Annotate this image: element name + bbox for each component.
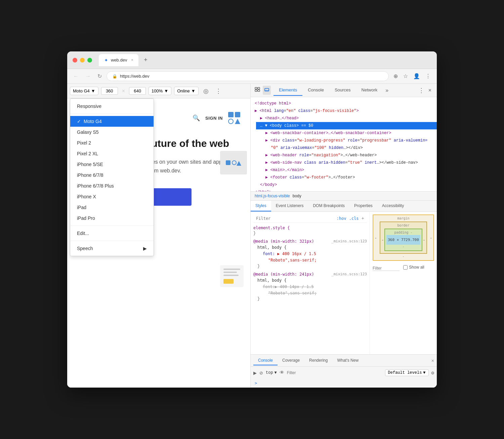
minimize-window-button[interactable] <box>80 58 85 63</box>
device-toolbar-capture[interactable]: ◎ <box>201 87 211 95</box>
filter-cls-tag[interactable]: .cls <box>349 216 359 221</box>
dropdown-item-responsive[interactable]: Responsive <box>70 101 154 112</box>
console-caret-icon[interactable]: > <box>255 381 257 386</box>
tab-sources[interactable]: Sources <box>329 85 356 96</box>
dropdown-item-iphone-5se[interactable]: iPhone 5/SE <box>70 159 154 170</box>
tab-close-button[interactable]: × <box>131 58 133 62</box>
devtools-panel: Elements Console Sources Network » ⋮ × <… <box>250 84 437 388</box>
network-selector[interactable]: Online ▼ <box>174 87 198 95</box>
dropdown-section-devices: ✓ Moto G4 Galaxy S5 Pixel 2 Pixel 2 XL <box>70 114 154 226</box>
console-context-selector[interactable]: top ▼ <box>266 370 277 375</box>
speech-arrow-icon: ▶ <box>143 246 147 251</box>
more-tabs-button[interactable]: » <box>383 85 391 96</box>
dom-line-loading-cont[interactable]: "0" aria-valuemax="100" hidden…></div> <box>267 144 437 152</box>
device-selector[interactable]: Moto G4 ▼ <box>70 87 98 95</box>
tab-properties[interactable]: Properties <box>349 201 377 211</box>
dropdown-item-edit[interactable]: Edit... <box>70 228 154 239</box>
sidenav-tag: ▶ <web-side-nav <box>265 160 304 165</box>
tab-event-listeners[interactable]: Event Listeners <box>271 201 308 211</box>
address-bar[interactable]: 🔒 https://web.dev <box>107 71 389 81</box>
dropdown-section-edit: Edit... <box>70 226 154 241</box>
bookmark-button[interactable]: ☆ <box>401 72 410 81</box>
tab-console[interactable]: Console <box>302 85 329 96</box>
dropdown-item-pixel-2-xl[interactable]: Pixel 2 XL <box>70 148 154 159</box>
browser-tab[interactable]: ✦ web.dev × <box>99 54 138 66</box>
breadcrumb-body[interactable]: body <box>293 194 301 198</box>
dom-line-header[interactable]: ▶ <web-header role="navigation">…</web-h… <box>261 152 437 159</box>
console-tab-coverage[interactable]: Coverage <box>278 356 304 365</box>
tab-accessibility[interactable]: Accessibility <box>377 201 409 211</box>
sidenav-aria-attr: aria-hidden <box>319 160 345 165</box>
devtools-close-button[interactable]: × <box>426 86 434 95</box>
device-toggle-button[interactable] <box>263 86 271 95</box>
console-filter-input[interactable] <box>287 370 382 375</box>
dropdown-item-pixel-2[interactable]: Pixel 2 <box>70 137 154 148</box>
zoom-selector[interactable]: 100% ▼ <box>149 87 171 95</box>
dom-line-sidenav[interactable]: ▶ <web-side-nav class aria-hidden="true"… <box>261 159 437 166</box>
console-play-button[interactable]: ▶ <box>253 370 257 375</box>
console-tab-console[interactable]: Console <box>253 356 278 365</box>
console-ban-button[interactable]: ⊘ <box>259 370 263 375</box>
breadcrumb-html[interactable]: html.js-focus-visible <box>255 194 290 198</box>
forward-button[interactable]: → <box>83 72 93 81</box>
console-close-button[interactable]: × <box>431 358 434 363</box>
filter-add-button[interactable]: + <box>362 216 364 221</box>
dropdown-item-ipad[interactable]: iPad <box>70 202 154 213</box>
height-input[interactable] <box>129 87 146 95</box>
width-input[interactable] <box>101 87 118 95</box>
dropdown-item-speech[interactable]: Speech ▶ <box>70 243 154 254</box>
reload-button[interactable]: ↻ <box>95 72 104 81</box>
tab-styles[interactable]: Styles <box>251 201 271 211</box>
cast-button[interactable]: ⊕ <box>391 72 400 81</box>
console-gear-icon[interactable]: ⚙ <box>431 370 434 376</box>
header-dots: >…</web-header> <box>340 153 377 158</box>
console-level-arrow: ▼ <box>423 370 425 375</box>
search-icon[interactable]: 🔍 <box>193 114 200 122</box>
content-box: 360 × 7729.700 <box>386 235 420 245</box>
dom-line-loading[interactable]: ▶ <div class="w-loading-progress" role="… <box>261 137 437 144</box>
tab-network[interactable]: Network <box>356 85 383 96</box>
margin-left: - <box>375 236 377 240</box>
close-window-button[interactable] <box>73 58 77 63</box>
maximize-window-button[interactable] <box>87 58 92 63</box>
right-filter-input[interactable] <box>373 266 400 271</box>
margin-right: - <box>430 236 432 240</box>
icon-circle-1 <box>228 119 234 124</box>
dom-line-main[interactable]: ▶ <main>…</main> <box>261 166 437 174</box>
tab-dom-breakpoints[interactable]: DOM Breakpoints <box>308 201 349 211</box>
dom-line-snackbar[interactable]: ▶ <web-snackbar-container>…</web-snackba… <box>261 129 437 137</box>
dom-line-doctype[interactable]: <!doctype html> <box>251 100 437 107</box>
dropdown-item-iphone-678plus[interactable]: iPhone 6/7/8 Plus <box>70 181 154 191</box>
network-arrow-icon: ▼ <box>191 88 196 93</box>
inspect-element-button[interactable] <box>253 86 261 95</box>
dropdown-item-iphone-x[interactable]: iPhone X <box>70 191 154 202</box>
dom-line-footer[interactable]: ▶ <footer class="w-footer">…</footer> <box>261 174 437 181</box>
device-toolbar-more[interactable]: ⋮ <box>213 87 223 95</box>
css-font-family-val-241: "Roboto",sans-serif; <box>268 291 317 295</box>
dropdown-item-ipad-pro[interactable]: iPad Pro <box>70 213 154 224</box>
dropdown-item-iphone-678[interactable]: iPhone 6/7/8 <box>70 170 154 181</box>
dom-line-head[interactable]: ▶ <head>…</head> <box>256 115 437 122</box>
css-source-321: _mixins.scss:123 <box>331 239 367 243</box>
back-button[interactable]: ← <box>71 72 81 81</box>
dropdown-item-moto-g4[interactable]: ✓ Moto G4 <box>70 116 154 127</box>
styles-left-panel: :hov .cls + element.style { } <box>251 212 370 354</box>
console-tab-whats-new[interactable]: What's New <box>332 356 363 365</box>
dom-line-html[interactable]: ▶ <html lang="en" class="js-focus-visibl… <box>251 107 437 115</box>
devtools-settings-button[interactable]: ⋮ <box>417 85 426 95</box>
sign-in-button[interactable]: SIGN IN <box>205 116 223 121</box>
dropdown-item-galaxy-s5[interactable]: Galaxy S5 <box>70 127 154 137</box>
show-all-checkbox[interactable] <box>403 265 408 270</box>
lock-icon: 🔒 <box>112 74 117 79</box>
console-tab-rendering[interactable]: Rendering <box>304 356 332 365</box>
avatar-button[interactable]: 👤 <box>411 72 422 81</box>
console-eye-icon[interactable]: 👁 <box>280 370 284 375</box>
menu-button[interactable]: ⋮ <box>423 72 433 81</box>
dom-line-body[interactable]: … ▼ <body class> == $0 <box>256 122 437 129</box>
filter-hov-tag[interactable]: :hov <box>337 216 346 221</box>
svg-rect-1 <box>258 87 260 89</box>
tab-elements[interactable]: Elements <box>274 85 302 96</box>
console-level-selector[interactable]: Default levels ▼ <box>385 369 429 376</box>
new-tab-button[interactable]: + <box>141 55 150 65</box>
styles-filter-input[interactable] <box>256 216 334 221</box>
